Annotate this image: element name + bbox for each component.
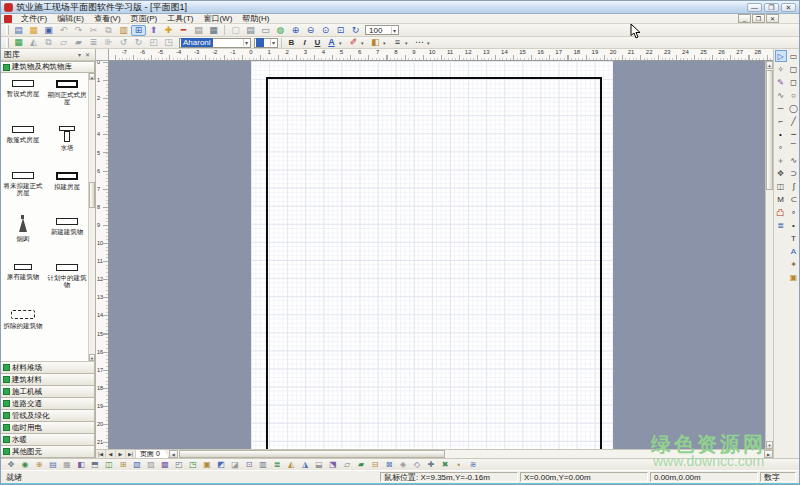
symbol-tool-button[interactable]: ◇ bbox=[410, 459, 424, 470]
zoom-level-combo[interactable]: 100 ▾ bbox=[365, 25, 399, 35]
library-section-bar[interactable]: 建筑材料 bbox=[1, 374, 95, 386]
drawing-tool-button[interactable]: ▷ bbox=[775, 50, 787, 62]
toolbar-button[interactable]: ↷ bbox=[71, 25, 86, 36]
chevron-down-icon[interactable]: ▾ bbox=[243, 39, 249, 46]
toolbar-button[interactable]: ▦ bbox=[11, 37, 26, 48]
drawing-tool-button[interactable]: ◻ bbox=[788, 76, 800, 88]
toolbar-button[interactable]: ↻ bbox=[348, 25, 363, 36]
library-section-bar[interactable]: 水暖 bbox=[1, 434, 95, 446]
symbol-tool-button[interactable]: ≋ bbox=[466, 459, 480, 470]
symbol-tool-button[interactable]: ▱ bbox=[340, 459, 354, 470]
chevron-down-icon[interactable]: ▾ bbox=[270, 39, 276, 46]
symbol-tool-button[interactable]: ◳ bbox=[186, 459, 200, 470]
toolbar-button[interactable]: ▤ bbox=[11, 25, 26, 36]
drawing-tool-button[interactable]: ∼ bbox=[788, 128, 800, 140]
toolbar-button[interactable]: ⊪ bbox=[101, 37, 116, 48]
symbol-tool-button[interactable]: ⬒ bbox=[88, 459, 102, 470]
pen-color-button[interactable]: ✐ bbox=[346, 37, 361, 48]
chevron-down-icon[interactable]: ▾ bbox=[361, 40, 368, 46]
drawing-tool-button[interactable]: A bbox=[788, 245, 800, 257]
symbol-tool-button[interactable]: ▤ bbox=[46, 459, 60, 470]
symbol-tool-button[interactable]: ◧ bbox=[74, 459, 88, 470]
stencil-item[interactable]: 计划中的建筑物 bbox=[45, 257, 89, 303]
symbol-tool-button[interactable]: ▦ bbox=[60, 459, 74, 470]
toolbar-button[interactable]: ≣ bbox=[86, 37, 101, 48]
toolbar-button[interactable]: ◭ bbox=[26, 37, 41, 48]
symbol-tool-button[interactable]: ◩ bbox=[214, 459, 228, 470]
library-section-bar[interactable]: 临时用电 bbox=[1, 422, 95, 434]
symbol-tool-button[interactable]: ▪ bbox=[452, 459, 466, 470]
drawing-tool-button[interactable]: ⊂ bbox=[788, 193, 800, 205]
toolbar-button[interactable]: ▦ bbox=[206, 25, 221, 36]
drawing-tool-button[interactable]: ∿ bbox=[775, 89, 787, 101]
library-section-bar[interactable]: 其他图元 bbox=[1, 446, 95, 458]
chevron-down-icon[interactable]: ▾ bbox=[405, 40, 412, 46]
page-tab[interactable]: 页面 0 bbox=[136, 450, 169, 458]
symbol-tool-button[interactable]: ▩ bbox=[158, 459, 172, 470]
drawing-tool-button[interactable]: ▭ bbox=[788, 50, 800, 62]
toolbar-button[interactable]: ⬆ bbox=[146, 25, 161, 36]
scroll-down-icon[interactable]: ▼ bbox=[766, 441, 773, 449]
symbol-tool-button[interactable]: ✚ bbox=[424, 459, 438, 470]
toolbar-button[interactable]: ⊞ bbox=[131, 25, 146, 36]
drawing-tool-button[interactable]: ─ bbox=[775, 102, 787, 114]
drawing-tool-button[interactable]: 凸 bbox=[775, 206, 787, 218]
close-icon[interactable]: ✕ bbox=[83, 51, 92, 58]
scroll-up-icon[interactable]: ▲ bbox=[766, 61, 773, 69]
chevron-down-icon[interactable]: ▾ bbox=[76, 51, 83, 58]
drawing-tool-button[interactable]: ≣ bbox=[775, 219, 787, 231]
drawing-tool-button[interactable]: ∘ bbox=[775, 141, 787, 153]
symbol-tool-button[interactable]: ◭ bbox=[284, 459, 298, 470]
toolbar-button[interactable]: ▰ bbox=[71, 37, 86, 48]
drawing-tool-button[interactable]: ○ bbox=[788, 89, 800, 101]
menu-item[interactable]: 编辑(E) bbox=[52, 13, 89, 24]
stencil-item[interactable]: 拟建房屋 bbox=[45, 165, 89, 211]
toolbar-button[interactable]: ⊕ bbox=[288, 25, 303, 36]
symbol-tool-button[interactable]: ▥ bbox=[256, 459, 270, 470]
stencil-item[interactable]: 暂设式房屋 bbox=[1, 73, 45, 119]
symbol-tool-button[interactable]: ▨ bbox=[144, 459, 158, 470]
fill-color-button[interactable]: ◧ bbox=[368, 37, 383, 48]
toolbar-button[interactable]: ✚ bbox=[161, 25, 176, 36]
toolbar-button[interactable]: ⧉ bbox=[101, 25, 116, 36]
tab-nav-button[interactable]: |◀ bbox=[96, 450, 106, 458]
chevron-down-icon[interactable]: ▾ bbox=[339, 40, 346, 46]
tab-nav-button[interactable]: ◀ bbox=[106, 450, 116, 458]
scrollbar-thumb[interactable] bbox=[766, 70, 773, 190]
toolbar-button[interactable]: ▱ bbox=[56, 37, 71, 48]
font-name-combo[interactable]: Aharoni ▾ bbox=[179, 38, 251, 48]
toolbar-button[interactable]: ⊙ bbox=[318, 25, 333, 36]
drawing-tool-button[interactable]: ⌐ bbox=[775, 115, 787, 127]
close-button[interactable]: ✕ bbox=[781, 3, 796, 12]
library-section-bar[interactable]: 管线及绿化 bbox=[1, 410, 95, 422]
mdi-restore-button[interactable]: ❐ bbox=[752, 14, 765, 23]
stencil-item[interactable]: 水塔 bbox=[45, 119, 89, 165]
chevron-down-icon[interactable]: ▾ bbox=[391, 27, 397, 34]
drawing-tool-button[interactable]: ∘ bbox=[788, 206, 800, 218]
toolbar-button[interactable]: ↻ bbox=[131, 37, 146, 48]
drawing-tool-button[interactable]: ✦ bbox=[788, 258, 800, 270]
stencil-item[interactable]: 拆除的建筑物 bbox=[1, 303, 45, 349]
drawing-tool-button[interactable]: ✎ bbox=[775, 76, 787, 88]
tab-nav-button[interactable]: ▶ bbox=[116, 450, 126, 458]
toolbar-button[interactable]: ▢ bbox=[228, 25, 243, 36]
stencil-item[interactable]: 将来拟建正式房屋 bbox=[1, 165, 45, 211]
symbol-tool-button[interactable]: ✖ bbox=[438, 459, 452, 470]
menu-item[interactable]: 帮助(H) bbox=[237, 13, 274, 24]
symbol-tool-button[interactable]: ⬓ bbox=[312, 459, 326, 470]
library-section-active[interactable]: 建筑物及构筑物库 bbox=[1, 61, 95, 73]
symbol-tool-button[interactable]: ⊠ bbox=[382, 459, 396, 470]
maximize-button[interactable]: ❐ bbox=[764, 3, 779, 12]
symbol-tool-button[interactable]: ◮ bbox=[298, 459, 312, 470]
font-color-button[interactable]: A bbox=[324, 37, 339, 48]
drawing-tool-button[interactable]: T bbox=[788, 232, 800, 244]
underline-button[interactable]: U bbox=[311, 37, 324, 48]
symbol-tool-button[interactable]: ▰ bbox=[354, 459, 368, 470]
italic-button[interactable]: I bbox=[298, 37, 311, 48]
minimize-button[interactable]: — bbox=[747, 3, 762, 12]
drawing-tool-button[interactable]: ▣ bbox=[788, 271, 800, 283]
library-section-bar[interactable]: 施工机械 bbox=[1, 386, 95, 398]
scroll-up-icon[interactable]: ▲ bbox=[89, 73, 95, 80]
vertical-scrollbar[interactable]: ▲ ▼ bbox=[765, 61, 773, 449]
symbol-tool-button[interactable]: ◪ bbox=[228, 459, 242, 470]
